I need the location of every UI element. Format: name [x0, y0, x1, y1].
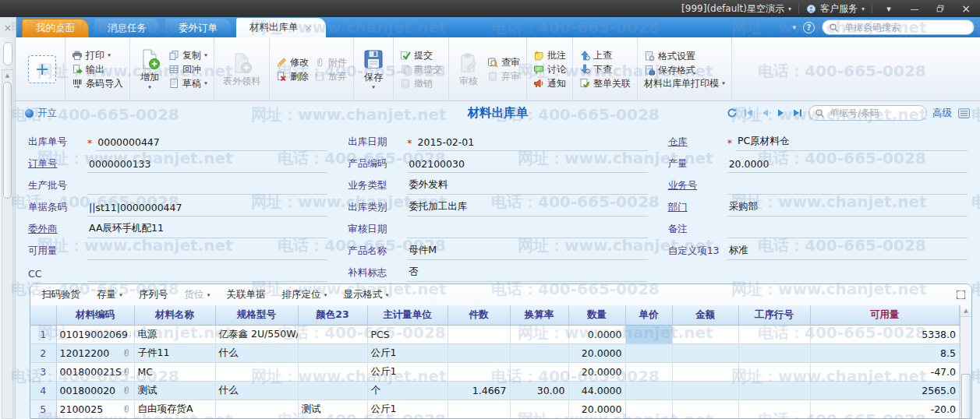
minimize-button[interactable]: — — [905, 2, 924, 15]
column-header-数量[interactable]: 数量 — [568, 305, 625, 325]
document-search-box[interactable] — [808, 105, 927, 121]
barcode-search-box[interactable] — [822, 19, 975, 35]
table-cell[interactable] — [215, 362, 298, 381]
first-record-icon[interactable] — [743, 107, 754, 118]
table-cell[interactable]: 0.0000 — [568, 325, 625, 343]
table-cell[interactable] — [672, 362, 738, 381]
toolbar-button-提交[interactable]: 提交 — [400, 50, 442, 61]
table-cell[interactable]: 5338.0 — [810, 325, 960, 343]
toolbar-button-通知[interactable]: 通知 — [533, 78, 566, 89]
table-cell[interactable]: 测试 — [134, 381, 215, 400]
table-cell[interactable]: 公斤1 — [367, 362, 448, 381]
column-header-可用量[interactable]: 可用量 — [810, 305, 960, 325]
toolbar-button-保存[interactable]: 保存▾ — [360, 48, 387, 90]
toolbar-button-保存格式[interactable]: 保存格式 — [644, 65, 725, 76]
toolbar-button-打印[interactable]: 打印▾ — [72, 50, 123, 61]
toolbar-button-讨论[interactable]: 讨论 — [533, 64, 566, 75]
table-cell[interactable] — [672, 381, 738, 400]
table-cell[interactable] — [448, 362, 510, 381]
refresh-icon[interactable] — [727, 107, 738, 118]
scroll-up-icon[interactable]: ▲ — [5, 72, 9, 79]
toolbar-button-输出[interactable]: 输出 — [72, 64, 123, 75]
table-cell[interactable]: 子件11 — [134, 343, 215, 362]
selected-cell[interactable] — [625, 325, 672, 343]
left-scrollbar[interactable]: ▲ — [2, 69, 13, 419]
grid-toolbar-扫码验货[interactable]: 扫码验货 — [41, 288, 80, 301]
toolbar-button-修改[interactable]: 修改 — [276, 57, 309, 68]
table-cell[interactable]: 个 — [367, 381, 448, 400]
tab-active[interactable]: 材料出库单× — [236, 18, 326, 37]
field-value[interactable] — [407, 225, 647, 238]
chevron-down-icon[interactable]: ▾ — [792, 23, 796, 31]
table-cell[interactable] — [298, 343, 367, 362]
scroll-up-icon[interactable]: ▲ — [961, 305, 971, 317]
collapse-ribbon-button[interactable]: ▾ — [879, 2, 898, 15]
advanced-search-link[interactable]: 高级 — [932, 107, 952, 120]
table-cell[interactable]: -47.0 — [810, 362, 960, 381]
field-label-link[interactable]: 部门 — [668, 201, 727, 217]
table-cell[interactable] — [215, 400, 298, 418]
material-code-cell[interactable]: 2100025 — [56, 400, 134, 418]
restore-button[interactable] — [931, 2, 950, 15]
field-label-link[interactable]: 委外商 — [28, 223, 87, 238]
help-icon[interactable]: ? — [803, 22, 815, 33]
field-value[interactable] — [727, 181, 968, 195]
table-cell[interactable]: 30.00 — [510, 381, 568, 400]
field-value[interactable]: 否 — [407, 266, 647, 282]
table-cell[interactable] — [672, 325, 738, 343]
material-code-cell[interactable]: 01019002069 — [56, 325, 134, 343]
table-cell[interactable]: 电源 — [134, 325, 215, 343]
table-cell[interactable] — [448, 343, 510, 362]
material-code-cell[interactable]: 001800021S — [56, 362, 134, 381]
table-cell[interactable]: 亿泰鑫 2U/550W/... — [215, 325, 298, 343]
grid-toolbar-关联单据[interactable]: 关联单据 — [227, 288, 266, 301]
table-cell[interactable]: 20.0000 — [568, 400, 625, 418]
column-header-主计量单位[interactable]: 主计量单位 — [367, 305, 448, 325]
table-cell[interactable]: 20.0000 — [568, 343, 625, 362]
column-header-材料名称[interactable]: 材料名称 — [134, 305, 215, 325]
table-cell[interactable]: MC — [134, 362, 215, 381]
close-panel-button[interactable]: × — [0, 17, 16, 37]
table-cell[interactable]: 20.0000 — [568, 362, 625, 381]
field-value[interactable]: PC原材料仓 — [736, 135, 968, 151]
toolbar-button-草稿[interactable]: 草稿▾ — [168, 78, 207, 89]
panel-expander-handle[interactable] — [3, 42, 12, 65]
field-label-link[interactable]: 订单号 — [28, 157, 87, 173]
column-header-单价[interactable]: 单价 — [625, 305, 672, 325]
row-number-cell[interactable]: 5 — [30, 400, 56, 418]
table-cell[interactable]: 什么 — [215, 381, 298, 400]
row-number-cell[interactable]: 1 — [30, 325, 56, 343]
table-cell[interactable] — [298, 325, 367, 343]
grid-toolbar-排序定位[interactable]: 排序定位▾ — [282, 288, 327, 301]
grid-toolbar-存量[interactable]: 存量▾ — [97, 288, 122, 301]
table-cell[interactable] — [738, 343, 810, 362]
table-cell[interactable] — [510, 325, 568, 343]
table-cell[interactable]: 44.0000 — [568, 381, 625, 400]
row-number-header[interactable] — [30, 305, 56, 325]
row-number-cell[interactable]: 4 — [30, 381, 56, 400]
grid-toolbar-序列号[interactable]: 序列号 — [139, 288, 168, 301]
grid-scrollbar[interactable]: ▲ — [960, 305, 971, 418]
table-cell[interactable] — [672, 400, 738, 418]
table-cell[interactable] — [448, 400, 510, 418]
close-button[interactable]: × — [957, 2, 975, 15]
toolbar-button-增加[interactable]: 增加▾ — [136, 48, 163, 90]
list-view-icon[interactable] — [957, 107, 971, 120]
previous-record-icon[interactable] — [759, 107, 770, 118]
tab-close-icon[interactable]: × — [305, 23, 313, 33]
row-number-cell[interactable]: 2 — [30, 343, 56, 362]
toolbar-button-格式设置[interactable]: 格式设置 — [644, 51, 725, 62]
left-scrollbar-thumb[interactable] — [3, 82, 12, 199]
table-cell[interactable]: 什么 — [215, 343, 298, 362]
field-value[interactable]: AA辰环手机配11 — [87, 222, 327, 238]
table-cell[interactable]: 2565.0 — [810, 381, 960, 400]
table-cell[interactable] — [738, 325, 810, 343]
field-value[interactable]: 委外发料 — [407, 178, 647, 195]
table-cell[interactable]: PCS — [367, 325, 448, 343]
table-cell[interactable] — [298, 381, 367, 400]
column-header-金额[interactable]: 金额 — [672, 305, 738, 325]
table-cell[interactable]: 8.5 — [810, 343, 960, 362]
table-cell[interactable] — [738, 362, 810, 381]
field-label-link[interactable]: 业务号 — [668, 179, 727, 195]
column-header-材料编码[interactable]: 材料编码 — [56, 305, 134, 325]
